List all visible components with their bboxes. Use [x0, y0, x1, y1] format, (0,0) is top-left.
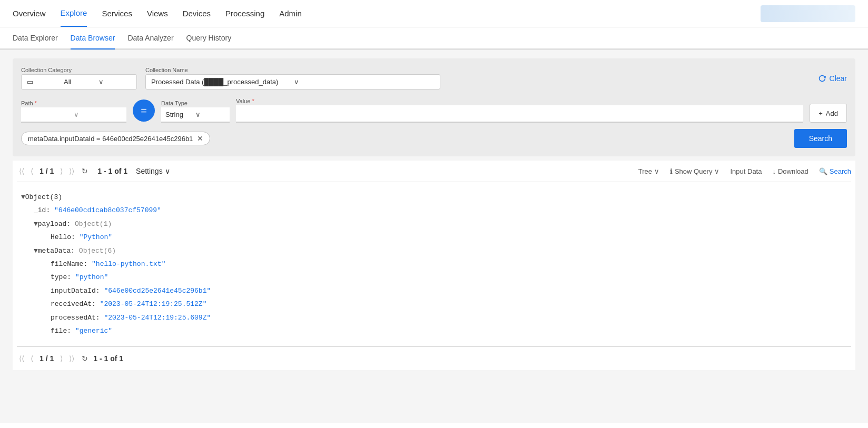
tree-viewer: ▼Object(3) _id: "646e00cd1cab8c037cf5709…: [17, 182, 851, 346]
settings-button[interactable]: Settings ∨: [136, 167, 170, 175]
download-label: Download: [778, 167, 808, 175]
tree-line-inputdataid: inputDataId: "646e00cd25e2641e45c296b1": [17, 284, 851, 297]
show-query-button[interactable]: ℹ Show Query ∨: [670, 167, 720, 175]
datatype-dropdown[interactable]: String ∨: [161, 107, 230, 123]
tab-data-explorer[interactable]: Data Explorer: [13, 27, 58, 49]
value-receivedat: "2023-05-24T12:19:25.512Z": [100, 300, 207, 308]
value-required: *: [252, 98, 254, 104]
tree-root-label: Object(3): [25, 193, 62, 201]
info-icon: ℹ: [670, 167, 673, 175]
tree-view-button[interactable]: Tree ∨: [638, 167, 659, 175]
key-id: _id:: [34, 206, 50, 214]
tree-line-receivedat: receivedAt: "2023-05-24T12:19:25.512Z": [17, 297, 851, 311]
metadata-toggle[interactable]: ▼: [34, 247, 38, 255]
equals-button[interactable]: =: [133, 99, 155, 122]
top-nav: Overview Explore Services Views Devices …: [0, 0, 868, 27]
nav-overview[interactable]: Overview: [13, 1, 46, 26]
clear-button[interactable]: Clear: [818, 74, 847, 83]
value-filename: "hello-python.txt": [92, 260, 165, 268]
tree-line-type: type: "python": [17, 271, 851, 284]
nav-devices[interactable]: Devices: [183, 1, 211, 26]
main-content: Collection Category ▭ All ∨ Collection N…: [0, 50, 868, 423]
payload-type: Object(1): [75, 220, 112, 228]
top-pagination-controls: ⟨⟨ ⟨ 1 / 1 ⟩ ⟩⟩ ↻: [17, 166, 91, 176]
key-hello: Hello:: [51, 233, 75, 241]
filter-panel: Collection Category ▭ All ∨ Collection N…: [13, 58, 855, 156]
prev-page-button[interactable]: ⟨: [28, 166, 35, 176]
first-page-button[interactable]: ⟨⟨: [17, 166, 26, 176]
filter-tags-row: metaData.inputDataId = 646e00cd25e2641e4…: [21, 129, 847, 148]
last-page-button[interactable]: ⟩⟩: [67, 166, 76, 176]
filter-tag-text: metaData.inputDataId = 646e00cd25e2641e4…: [28, 135, 193, 143]
key-metadata: metaData:: [38, 247, 75, 255]
input-data-button[interactable]: Input Data: [730, 167, 762, 175]
collection-category-arrow: ∨: [98, 78, 131, 86]
nav-admin[interactable]: Admin: [279, 1, 302, 26]
collection-category-group: Collection Category ▭ All ∨: [21, 67, 137, 89]
search-results-icon: 🔍: [819, 167, 827, 175]
tab-query-history[interactable]: Query History: [186, 27, 232, 49]
tree-line-hello: Hello: "Python": [17, 231, 851, 244]
metadata-type: Object(6): [79, 247, 116, 255]
tree-line-payload: ▼payload: Object(1): [17, 217, 851, 231]
filter-tag: metaData.inputDataId = 646e00cd25e2641e4…: [21, 132, 210, 145]
add-button[interactable]: + Add: [810, 104, 847, 123]
key-filename: fileName:: [51, 260, 87, 268]
filter-row2: Path * ∨ = Data Type String ∨ Valu: [21, 98, 847, 123]
bottom-first-page-button[interactable]: ⟨⟨: [17, 353, 26, 364]
bottom-last-page-button[interactable]: ⟩⟩: [67, 353, 76, 364]
value-type: "python": [75, 273, 108, 281]
tree-root: ▼Object(3): [17, 191, 851, 204]
tree-line-file: file: "generic": [17, 324, 851, 337]
toolbar-right: Tree ∨ ℹ Show Query ∨ Input Data ↓ Downl…: [638, 167, 851, 175]
download-button[interactable]: ↓ Download: [772, 167, 808, 175]
tree-label: Tree: [638, 167, 652, 175]
search-results-button[interactable]: 🔍 Search: [819, 167, 851, 175]
filter-tags: metaData.inputDataId = 646e00cd25e2641e4…: [21, 132, 210, 145]
value-inputdataid: "646e00cd25e2641e45c296b1": [104, 287, 211, 295]
value-hello: "Python": [80, 233, 112, 241]
value-group: Value *: [236, 98, 803, 123]
next-page-button[interactable]: ⟩: [58, 166, 65, 176]
nav-processing[interactable]: Processing: [225, 1, 264, 26]
nav-services[interactable]: Services: [102, 1, 132, 26]
datatype-arrow: ∨: [195, 111, 225, 118]
key-inputdataid: inputDataId:: [51, 287, 100, 295]
collection-category-dropdown[interactable]: ▭ All ∨: [21, 74, 137, 89]
value-label: Value *: [236, 98, 803, 104]
value-input[interactable]: [236, 105, 803, 123]
settings-arrow: ∨: [165, 167, 170, 175]
nav-explore[interactable]: Explore: [61, 0, 87, 27]
results-area: ⟨⟨ ⟨ 1 / 1 ⟩ ⟩⟩ ↻ 1 - 1 of 1 Settings ∨ …: [13, 161, 855, 370]
bottom-page-info: 1 / 1: [40, 354, 54, 363]
tree-arrow: ∨: [654, 167, 659, 175]
tree-line-filename: fileName: "hello-python.txt": [17, 257, 851, 271]
refresh-button[interactable]: ↻: [78, 166, 91, 176]
nav-items: Overview Explore Services Views Devices …: [13, 0, 302, 27]
tab-data-analyzer[interactable]: Data Analyzer: [127, 27, 173, 49]
datatype-label: Data Type: [161, 100, 230, 106]
sub-tabs: Data Explorer Data Browser Data Analyzer…: [0, 27, 868, 49]
collection-name-dropdown[interactable]: Processed Data (████_processed_data) ∨: [145, 74, 440, 89]
top-page-info: 1 / 1: [40, 167, 54, 175]
show-query-arrow: ∨: [714, 167, 719, 175]
results-toolbar: ⟨⟨ ⟨ 1 / 1 ⟩ ⟩⟩ ↻ 1 - 1 of 1 Settings ∨ …: [17, 161, 851, 182]
nav-views[interactable]: Views: [147, 1, 168, 26]
path-arrow: ∨: [74, 111, 122, 118]
tree-root-toggle[interactable]: ▼: [21, 193, 25, 201]
datatype-group: Data Type String ∨: [161, 100, 230, 123]
payload-toggle[interactable]: ▼: [34, 220, 38, 228]
settings-label: Settings: [136, 167, 163, 175]
bottom-results-count: 1 - 1 of 1: [93, 354, 123, 363]
search-button[interactable]: Search: [794, 129, 847, 148]
collection-icon: ▭: [27, 78, 60, 86]
filter-tag-close[interactable]: ✕: [197, 134, 203, 143]
bottom-next-page-button[interactable]: ⟩: [58, 353, 65, 364]
value-file: "generic": [75, 327, 112, 335]
bottom-prev-page-button[interactable]: ⟨: [28, 353, 35, 364]
tab-data-browser[interactable]: Data Browser: [71, 27, 115, 49]
path-input[interactable]: ∨: [21, 107, 126, 123]
show-query-label: Show Query: [675, 167, 713, 175]
key-receivedat: receivedAt:: [51, 300, 96, 308]
bottom-refresh-button[interactable]: ↻: [78, 353, 91, 364]
